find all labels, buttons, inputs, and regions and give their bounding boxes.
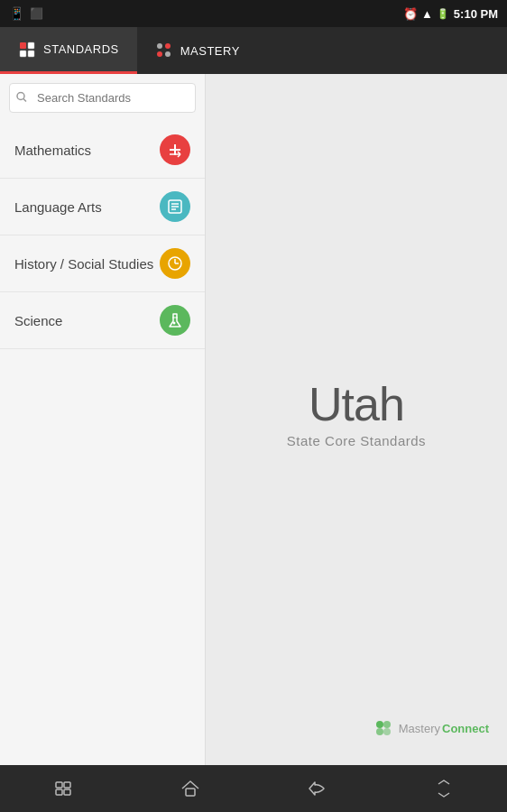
svg-rect-26	[56, 789, 62, 795]
search-input[interactable]	[9, 83, 196, 113]
connect-logo-text: Connect	[442, 722, 489, 735]
photo-icon: ⬛	[30, 7, 43, 20]
subject-name-language-arts: Language Arts	[14, 199, 102, 215]
mastery-logo-text: Mastery	[399, 722, 440, 735]
history-icon	[160, 248, 190, 279]
search-icon	[16, 91, 27, 105]
battery-icon: 🔋	[437, 8, 449, 20]
utah-title: Utah	[309, 381, 404, 428]
svg-point-20	[376, 721, 383, 728]
svg-rect-3	[28, 51, 34, 57]
mc-logo-icon	[373, 718, 393, 738]
subject-name-history: History / Social Studies	[14, 256, 153, 272]
subject-item-language-arts[interactable]: Language Arts	[0, 179, 205, 235]
svg-point-23	[383, 728, 391, 735]
subject-list: Mathematics Language Arts	[0, 122, 205, 765]
subject-item-science[interactable]: Science	[0, 292, 205, 349]
main-content: Mathematics Language Arts	[0, 74, 507, 765]
status-bar: 📱 ⬛ ⏰ ▲ 🔋 5:10 PM	[0, 0, 507, 27]
status-left-icons: 📱 ⬛	[9, 6, 43, 21]
back-button[interactable]	[294, 770, 339, 807]
menu-button[interactable]	[421, 770, 466, 807]
status-icons: ⏰ ▲ 🔋	[403, 7, 449, 21]
svg-point-19	[173, 322, 176, 325]
sidebar: Mathematics Language Arts	[0, 74, 206, 765]
svg-rect-25	[64, 782, 70, 788]
subject-item-history[interactable]: History / Social Studies	[0, 235, 205, 292]
svg-rect-24	[56, 782, 62, 788]
science-icon	[160, 305, 190, 336]
mastery-connect-logo: Mastery Connect	[373, 718, 489, 738]
tab-standards-label: STANDARDS	[43, 42, 119, 56]
svg-rect-28	[186, 789, 195, 796]
tab-mastery-label: MASTERY	[180, 44, 240, 58]
svg-rect-0	[20, 42, 26, 49]
svg-rect-27	[64, 789, 70, 795]
mathematics-icon	[160, 134, 190, 165]
subject-name-mathematics: Mathematics	[14, 143, 91, 158]
content-panel: Utah State Core Standards Mastery Connec…	[206, 74, 507, 765]
status-right: ⏰ ▲ 🔋 5:10 PM	[403, 7, 498, 21]
mastery-nav-icon	[155, 42, 173, 60]
subject-name-science: Science	[14, 313, 62, 328]
tab-standards[interactable]: STANDARDS	[0, 27, 137, 74]
utah-title-section: Utah State Core Standards	[287, 110, 426, 718]
top-nav: STANDARDS MASTERY	[0, 27, 507, 74]
alarm-icon: ⏰	[403, 7, 418, 21]
tab-mastery[interactable]: MASTERY	[137, 27, 258, 74]
svg-rect-1	[20, 51, 26, 57]
search-box	[9, 83, 196, 113]
status-time: 5:10 PM	[454, 7, 498, 21]
svg-rect-2	[28, 42, 34, 49]
subject-item-mathematics[interactable]: Mathematics	[0, 122, 205, 179]
utah-subtitle: State Core Standards	[287, 433, 426, 448]
language-arts-icon	[160, 191, 190, 222]
svg-line-5	[23, 98, 26, 101]
wifi-icon: ▲	[421, 7, 433, 21]
svg-point-4	[17, 92, 24, 99]
phone-icon: 📱	[9, 6, 24, 21]
standards-nav-icon	[18, 41, 36, 59]
recents-button[interactable]	[41, 770, 86, 807]
svg-point-21	[383, 721, 391, 728]
home-button[interactable]	[168, 770, 213, 807]
svg-point-22	[376, 728, 383, 735]
bottom-nav	[0, 765, 507, 812]
